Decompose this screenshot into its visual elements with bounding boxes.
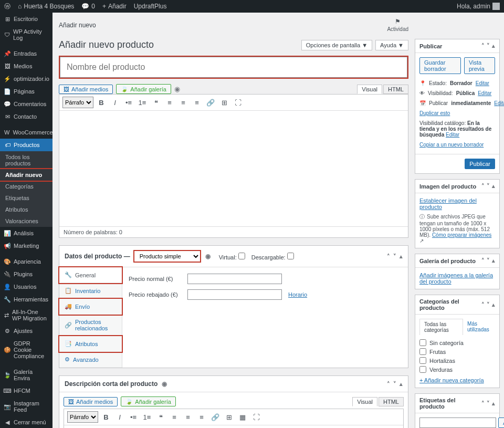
edit-status-link[interactable]: Editar [476,80,489,86]
bullet-list-button[interactable]: •≡ [123,97,134,108]
chevron-down-icon[interactable]: ˅ [487,301,490,308]
add-gallery-button[interactable]: 🍃Añadir galería [116,84,171,94]
menu-optimizer[interactable]: ⚡optimizador.io [0,72,52,85]
toggle-icon[interactable]: ▴ [492,183,495,190]
add-gallery-images-link[interactable]: Añadir imágenes a la galería del product… [419,272,493,285]
align-center-button[interactable]: ≡ [182,411,194,423]
menu-dashboard[interactable]: ⊞Escritorio [0,13,52,25]
tab-inventory[interactable]: 📋Inventario [59,283,122,299]
category-item[interactable]: Hortalizas [419,356,495,365]
quote-button[interactable]: ❝ [155,411,166,423]
chevron-up-icon[interactable]: ˄ [481,400,485,407]
submenu-reviews[interactable]: Valoraciones [0,215,52,227]
help-button[interactable]: Ayuda ▼ [375,40,408,50]
chevron-up-icon[interactable]: ˄ [481,301,485,308]
chevron-down-icon[interactable]: ˅ [487,183,490,190]
add-gallery-button-2[interactable]: 🍃Añadir galería [121,396,176,406]
number-list-button[interactable]: 1≡ [141,411,153,423]
menu-woocommerce[interactable]: WWooCommerce [0,126,52,139]
link-button[interactable]: 🔗 [205,97,216,108]
submenu-categories[interactable]: Categorías [0,181,52,192]
more-button[interactable]: ⊞ [223,411,235,423]
chevron-down-icon[interactable]: ˅ [393,381,396,388]
new-content-link[interactable]: +Añadir [102,3,127,10]
help-icon[interactable]: ◉ [174,85,180,93]
editor-body[interactable] [59,111,408,226]
menu-posts[interactable]: 📌Entradas [0,47,52,60]
activity-panel[interactable]: ⚑ Actividad [387,18,408,32]
fullscreen-button[interactable]: ⛶ [232,97,244,108]
copy-draft-link[interactable]: Copiar a un nuevo borrador [419,142,484,148]
menu-media[interactable]: 🖼Medios [0,60,52,72]
add-media-button-2[interactable]: 🖼Añadir medios [64,397,118,406]
chevron-up-icon[interactable]: ˄ [387,253,390,260]
toggle-icon[interactable]: ▴ [400,381,403,388]
menu-activity-log[interactable]: 🛡WP Activity Log [0,25,52,44]
regular-price-input[interactable] [187,274,282,284]
save-draft-button[interactable]: Guardar borrador [419,57,461,74]
tab-html[interactable]: HTML [383,85,408,94]
updraft-link[interactable]: UpdraftPlus [134,3,167,10]
category-checkbox[interactable] [419,357,426,364]
help-icon[interactable]: ◉ [205,253,211,260]
chevron-down-icon[interactable]: ˅ [487,43,490,49]
toggle-icon[interactable]: ▴ [492,257,495,264]
tab-linked[interactable]: 🔗Productos relacionados [59,315,122,336]
fullscreen-button[interactable]: ⛶ [250,411,262,423]
site-link[interactable]: ⌂Huerta 4 Bosques [18,3,74,10]
add-tag-button[interactable]: Añadir [498,417,504,428]
menu-plugins[interactable]: 🔌Plugins [0,268,52,280]
align-left-button[interactable]: ≡ [169,411,180,423]
toggle-icon[interactable]: ▴ [492,301,495,308]
menu-comments[interactable]: 💬Comentarios [0,98,52,110]
category-checkbox[interactable] [419,348,426,355]
chevron-down-icon[interactable]: ˅ [487,400,490,407]
link-button[interactable]: 🔗 [209,411,221,423]
preview-button[interactable]: Vista previa [464,57,495,74]
product-title-input[interactable] [60,57,407,78]
chevron-up-icon[interactable]: ˄ [481,183,485,190]
format-select[interactable]: Párrafo [62,97,93,108]
category-item[interactable]: Frutas [419,347,495,356]
schedule-link[interactable]: Horario [288,291,307,298]
account-link[interactable]: Hola, admin [457,3,500,10]
chevron-down-icon[interactable]: ˅ [487,257,490,264]
duplicate-link[interactable]: Duplicar esto [419,110,450,116]
toggle-icon[interactable]: ▴ [400,253,403,260]
menu-aio-migration[interactable]: ⇄All-In-One WP Migration [0,306,52,325]
menu-gdpr[interactable]: 🍪GDPR Cookie Compliance [0,337,52,362]
menu-appearance[interactable]: 🎨Apariencia [0,255,52,268]
toggle-icon[interactable]: ▴ [492,43,495,49]
short-desc-editor[interactable] [64,425,403,428]
tab-shipping[interactable]: 🚚Envío [59,299,122,315]
help-icon[interactable]: ◉ [162,380,167,388]
format-select-2[interactable]: Párrafo [67,411,98,423]
virtual-checkbox[interactable] [238,253,245,259]
menu-analytics[interactable]: 📊Análisis [0,227,52,239]
italic-button[interactable]: I [114,411,125,423]
add-category-link[interactable]: + Añadir nueva categoría [419,377,484,383]
product-type-select[interactable]: Producto simple [133,250,201,263]
bold-button[interactable]: B [96,97,107,108]
wp-logo[interactable]: ⓦ [4,2,10,11]
align-left-button[interactable]: ≡ [164,97,175,108]
submenu-add-new[interactable]: Añadir nuevo [0,169,52,181]
set-product-image-link[interactable]: Establecer imagen del producto [419,197,477,210]
submenu-all-products[interactable]: Todos los productos [0,151,52,169]
menu-products[interactable]: 🏷Productos [0,139,52,151]
add-media-button[interactable]: 🖼Añadir medios [59,85,113,94]
chevron-up-icon[interactable]: ˄ [481,43,485,49]
tab-visual-2[interactable]: Visual [352,397,377,406]
chevron-up-icon[interactable]: ˄ [387,381,390,388]
chevron-up-icon[interactable]: ˄ [481,257,485,264]
insert-button[interactable]: ▦ [237,411,248,423]
align-center-button[interactable]: ≡ [177,97,189,108]
more-button[interactable]: ⊞ [218,97,230,108]
toggle-icon[interactable]: ▴ [492,400,495,407]
category-checkbox[interactable] [419,366,426,373]
category-item[interactable]: Sin categoría [419,338,495,347]
sale-price-input[interactable] [187,289,282,300]
screen-options-button[interactable]: Opciones de pantalla ▼ [301,40,372,50]
downloadable-checkbox[interactable] [287,253,294,259]
menu-tools[interactable]: 🔧Herramientas [0,293,52,306]
